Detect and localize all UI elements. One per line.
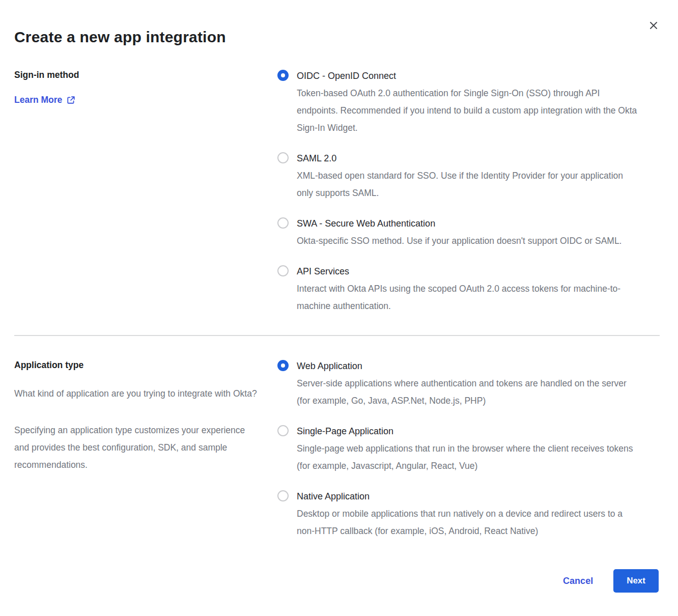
option-api-services-description: Interact with Okta APIs using the scoped… bbox=[297, 280, 641, 315]
option-oidc[interactable]: OIDC - OpenID Connect Token-based OAuth … bbox=[277, 69, 641, 136]
option-saml-label: SAML 2.0 bbox=[297, 152, 641, 165]
application-type-label: Application type bbox=[14, 359, 257, 371]
option-saml[interactable]: SAML 2.0 XML-based open standard for SSO… bbox=[277, 152, 641, 202]
option-saml-description: XML-based open standard for SSO. Use if … bbox=[297, 167, 641, 202]
signin-method-section: Sign-in method Learn More OIDC - OpenID … bbox=[14, 69, 660, 315]
option-native-application-description: Desktop or mobile applications that run … bbox=[297, 505, 641, 540]
cancel-button[interactable]: Cancel bbox=[563, 576, 593, 586]
option-oidc-label: OIDC - OpenID Connect bbox=[297, 69, 641, 82]
radio-single-page-application[interactable] bbox=[277, 425, 289, 436]
next-button[interactable]: Next bbox=[613, 569, 659, 593]
radio-api-services[interactable] bbox=[277, 265, 289, 276]
close-button[interactable] bbox=[646, 18, 661, 33]
option-swa[interactable]: SWA - Secure Web Authentication Okta-spe… bbox=[277, 217, 641, 249]
dialog-title: Create a new app integration bbox=[14, 29, 660, 46]
radio-oidc[interactable] bbox=[277, 70, 289, 81]
radio-saml[interactable] bbox=[277, 152, 289, 163]
application-type-help-text: Specifying an application type customize… bbox=[14, 422, 257, 473]
close-icon bbox=[648, 20, 659, 31]
section-divider bbox=[14, 335, 660, 336]
radio-swa[interactable] bbox=[277, 217, 289, 229]
learn-more-link[interactable]: Learn More bbox=[14, 95, 75, 105]
option-single-page-application-description: Single-page web applications that run in… bbox=[297, 440, 641, 474]
signin-method-label: Sign-in method bbox=[14, 69, 257, 80]
option-native-application[interactable]: Native Application Desktop or mobile app… bbox=[277, 490, 641, 540]
learn-more-label: Learn More bbox=[14, 95, 62, 105]
option-swa-label: SWA - Secure Web Authentication bbox=[297, 217, 622, 230]
option-single-page-application-label: Single-Page Application bbox=[297, 425, 641, 438]
option-web-application[interactable]: Web Application Server-side applications… bbox=[277, 359, 641, 409]
option-api-services-label: API Services bbox=[297, 265, 641, 278]
external-link-icon bbox=[67, 96, 75, 104]
dialog-footer: Cancel Next bbox=[14, 569, 660, 593]
option-web-application-description: Server-side applications where authentic… bbox=[297, 375, 641, 409]
option-native-application-label: Native Application bbox=[297, 490, 641, 503]
option-swa-description: Okta-specific SSO method. Use if your ap… bbox=[297, 232, 622, 249]
option-oidc-description: Token-based OAuth 2.0 authentication for… bbox=[297, 85, 641, 136]
application-type-question: What kind of application are you trying … bbox=[14, 385, 257, 402]
option-api-services[interactable]: API Services Interact with Okta APIs usi… bbox=[277, 265, 641, 315]
application-type-section: Application type What kind of applicatio… bbox=[14, 359, 660, 540]
option-web-application-label: Web Application bbox=[297, 359, 641, 373]
create-app-integration-dialog: Create a new app integration Sign-in met… bbox=[0, 0, 678, 613]
radio-native-application[interactable] bbox=[277, 490, 289, 501]
radio-web-application[interactable] bbox=[277, 360, 289, 371]
option-single-page-application[interactable]: Single-Page Application Single-page web … bbox=[277, 425, 641, 474]
